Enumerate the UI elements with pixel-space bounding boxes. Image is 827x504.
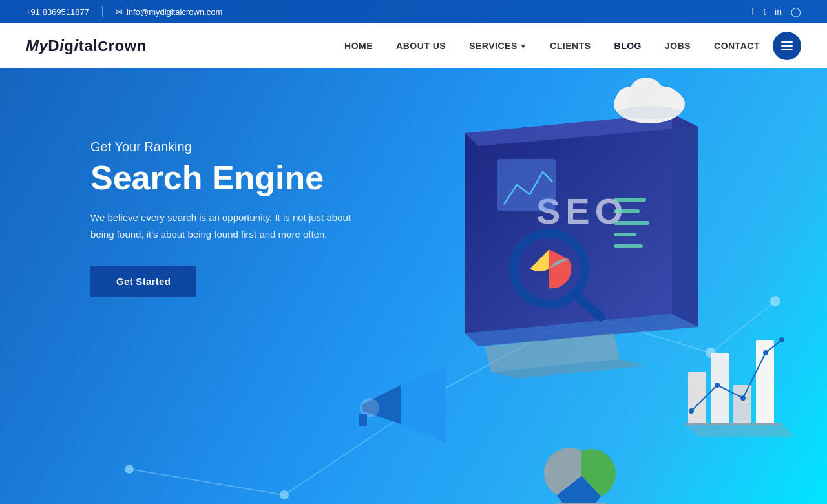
social-icons: f t in ◯ bbox=[751, 6, 801, 17]
nav-link-services[interactable]: SERVICES ▼ bbox=[469, 41, 527, 51]
svg-point-32 bbox=[360, 398, 379, 417]
logo-digitalcrown: DigitalCrown bbox=[48, 37, 147, 54]
get-started-button[interactable]: Get Started bbox=[90, 266, 196, 297]
svg-rect-34 bbox=[688, 372, 706, 424]
services-label: SERVICES bbox=[469, 41, 518, 51]
svg-rect-23 bbox=[614, 244, 643, 248]
svg-point-28 bbox=[653, 87, 678, 112]
divider bbox=[102, 6, 103, 17]
svg-rect-35 bbox=[711, 353, 729, 424]
hero-section: SEO bbox=[0, 68, 827, 504]
nav-item-blog[interactable]: BLOG bbox=[614, 40, 642, 52]
svg-marker-30 bbox=[362, 385, 401, 424]
chevron-down-icon: ▼ bbox=[520, 43, 527, 50]
svg-line-2 bbox=[439, 314, 581, 392]
hero-title: Search Engine bbox=[90, 160, 362, 196]
hero-description: We believe every search is an opportunit… bbox=[90, 209, 362, 242]
svg-point-41 bbox=[715, 383, 720, 388]
svg-marker-12 bbox=[672, 114, 698, 327]
nav-item-clients[interactable]: CLIENTS bbox=[550, 40, 591, 52]
hero-content: Get Your Ranking Search Engine We believ… bbox=[90, 140, 362, 297]
svg-marker-39 bbox=[685, 424, 795, 437]
svg-text:SEO: SEO bbox=[536, 191, 628, 231]
svg-marker-11 bbox=[465, 114, 698, 146]
svg-point-8 bbox=[706, 348, 716, 358]
logo-my: My bbox=[26, 37, 48, 54]
svg-point-6 bbox=[280, 490, 289, 499]
svg-point-43 bbox=[763, 350, 768, 355]
top-bar: +91 8369511877 ✉ info@mydigitalcrown.com… bbox=[0, 0, 827, 23]
phone-number: +91 8369511877 bbox=[26, 7, 89, 17]
menu-button[interactable] bbox=[773, 32, 801, 60]
twitter-icon[interactable]: t bbox=[763, 6, 766, 17]
logo[interactable]: MyDigitalCrown bbox=[26, 37, 147, 55]
nav-item-about[interactable]: ABOUT US bbox=[396, 40, 446, 52]
top-bar-contact-info: +91 8369511877 ✉ info@mydigitalcrown.com bbox=[26, 6, 222, 17]
svg-point-25 bbox=[614, 85, 685, 123]
nav-item-services[interactable]: SERVICES ▼ bbox=[469, 41, 527, 51]
svg-point-45 bbox=[557, 451, 606, 500]
svg-line-0 bbox=[129, 469, 284, 495]
instagram-icon[interactable]: ◯ bbox=[791, 6, 801, 17]
nav-link-contact[interactable]: CONTACT bbox=[714, 41, 760, 51]
hamburger-icon bbox=[781, 41, 793, 50]
svg-point-5 bbox=[125, 465, 134, 474]
svg-point-27 bbox=[628, 78, 664, 114]
svg-marker-13 bbox=[465, 314, 698, 346]
svg-line-4 bbox=[711, 301, 775, 353]
svg-marker-15 bbox=[491, 359, 646, 379]
svg-rect-24 bbox=[497, 159, 556, 211]
nav-link-jobs[interactable]: JOBS bbox=[665, 41, 691, 51]
nav-links: HOME ABOUT US SERVICES ▼ CLIENTS BLOG JO… bbox=[344, 40, 760, 52]
svg-marker-10 bbox=[465, 114, 672, 333]
svg-point-17 bbox=[514, 233, 585, 304]
svg-line-1 bbox=[284, 392, 439, 495]
nav-link-home[interactable]: HOME bbox=[344, 41, 373, 51]
email-container: ✉ info@mydigitalcrown.com bbox=[116, 7, 222, 17]
svg-point-9 bbox=[770, 296, 780, 306]
svg-rect-36 bbox=[733, 385, 751, 424]
linkedin-icon[interactable]: in bbox=[775, 6, 782, 17]
svg-rect-20 bbox=[614, 209, 640, 213]
svg-point-7 bbox=[435, 387, 444, 396]
nav-item-jobs[interactable]: JOBS bbox=[665, 40, 691, 52]
svg-line-3 bbox=[581, 314, 711, 353]
nav-item-home[interactable]: HOME bbox=[344, 40, 373, 52]
svg-point-26 bbox=[616, 87, 644, 115]
svg-marker-14 bbox=[485, 333, 620, 372]
svg-rect-21 bbox=[614, 221, 649, 225]
svg-marker-31 bbox=[401, 366, 446, 443]
svg-rect-33 bbox=[359, 414, 367, 426]
svg-rect-22 bbox=[614, 233, 636, 236]
svg-point-44 bbox=[779, 337, 784, 342]
svg-line-18 bbox=[575, 295, 601, 317]
svg-point-42 bbox=[740, 395, 746, 401]
email-icon: ✉ bbox=[116, 7, 123, 17]
hero-subtitle: Get Your Ranking bbox=[90, 140, 362, 154]
nav-item-contact[interactable]: CONTACT bbox=[714, 40, 760, 52]
svg-rect-19 bbox=[614, 198, 646, 202]
facebook-icon[interactable]: f bbox=[751, 6, 754, 17]
nav-link-about[interactable]: ABOUT US bbox=[396, 41, 446, 51]
svg-point-29 bbox=[617, 106, 682, 119]
svg-point-40 bbox=[689, 408, 694, 414]
navbar: MyDigitalCrown HOME ABOUT US SERVICES ▼ … bbox=[0, 23, 827, 68]
svg-rect-37 bbox=[756, 340, 774, 424]
email-address: info@mydigitalcrown.com bbox=[127, 7, 222, 17]
nav-link-blog[interactable]: BLOG bbox=[614, 41, 642, 51]
nav-link-clients[interactable]: CLIENTS bbox=[550, 41, 591, 51]
